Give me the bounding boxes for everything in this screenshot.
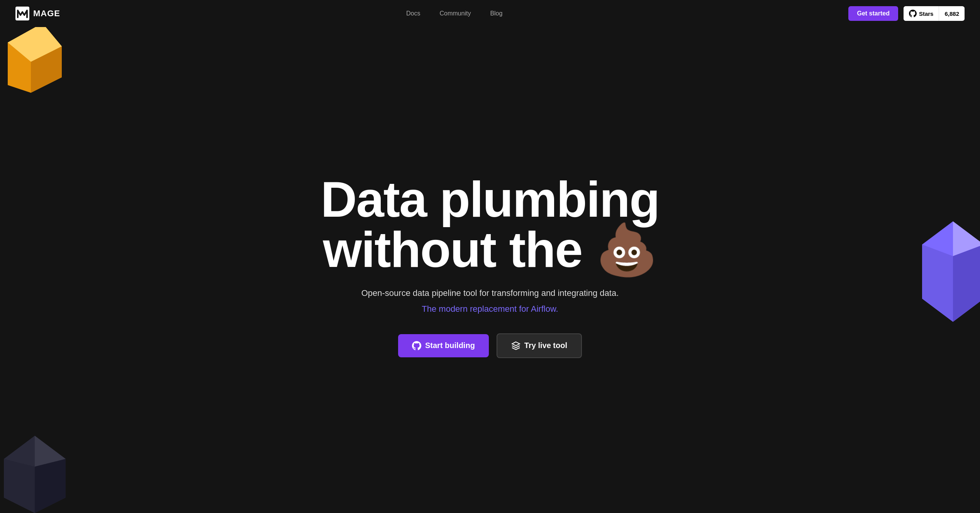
navbar-actions: Get started Stars 6,882 <box>848 6 965 21</box>
navbar: MAGE Docs Community Blog Get started Sta… <box>0 0 980 27</box>
github-icon-part: Stars <box>904 6 939 21</box>
hero-title-line2: without the 💩 <box>323 221 657 278</box>
hero-subtitle: Open-source data pipeline tool for trans… <box>321 286 660 300</box>
svg-marker-8 <box>922 245 953 322</box>
cube-icon <box>511 341 521 350</box>
hero-content: Data plumbing without the 💩 Open-source … <box>321 174 660 358</box>
svg-marker-11 <box>35 459 66 513</box>
svg-marker-12 <box>4 459 35 513</box>
svg-marker-7 <box>953 245 980 322</box>
purple-crystal-decoration <box>914 221 980 322</box>
nav-link-community[interactable]: Community <box>439 10 471 17</box>
github-icon-btn <box>412 341 421 350</box>
github-stars-count: 6,882 <box>939 7 965 20</box>
nav-link-blog[interactable]: Blog <box>490 10 502 17</box>
try-live-tool-button[interactable]: Try live tool <box>497 333 582 358</box>
github-icon <box>909 10 917 17</box>
logo[interactable]: MAGE <box>15 7 60 20</box>
logo-text: MAGE <box>33 8 60 19</box>
yellow-gem-decoration <box>0 27 77 100</box>
dark-gem-decoration <box>0 436 70 513</box>
hero-section: Data plumbing without the 💩 Open-source … <box>0 27 980 513</box>
github-stars-button[interactable]: Stars 6,882 <box>904 6 965 21</box>
hero-tagline: The modern replacement for Airflow. <box>321 304 660 314</box>
try-live-label: Try live tool <box>524 341 567 350</box>
navbar-links: Docs Community Blog <box>406 10 502 17</box>
get-started-button[interactable]: Get started <box>848 6 898 21</box>
start-building-label: Start building <box>425 341 475 350</box>
mage-logo-icon <box>15 7 29 20</box>
start-building-button[interactable]: Start building <box>398 334 489 357</box>
nav-link-docs[interactable]: Docs <box>406 10 420 17</box>
hero-buttons: Start building Try live tool <box>321 333 660 358</box>
hero-title: Data plumbing without the 💩 <box>321 174 660 275</box>
hero-title-line1: Data plumbing <box>321 171 660 228</box>
github-stars-label: Stars <box>919 10 934 17</box>
